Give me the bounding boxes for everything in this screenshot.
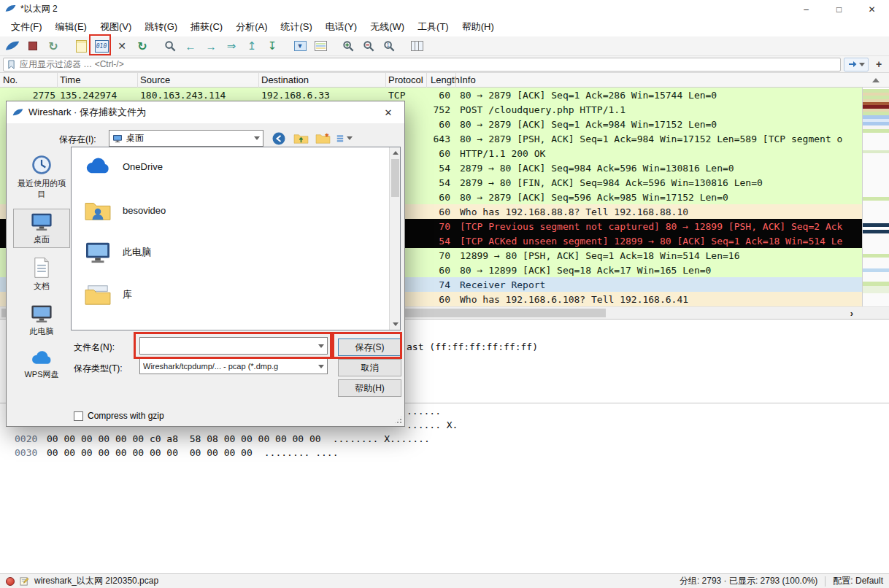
- column-divider[interactable]: [385, 73, 386, 88]
- menu-go[interactable]: 跳转(G): [138, 18, 184, 36]
- new-folder-icon[interactable]: ✱: [315, 131, 331, 147]
- chevron-down-icon[interactable]: [318, 344, 324, 348]
- file-item-onedrive[interactable]: OneDrive: [83, 156, 163, 177]
- display-filter-input[interactable]: [20, 59, 836, 69]
- up-one-level-icon[interactable]: [293, 131, 309, 147]
- capture-options-icon[interactable]: [72, 37, 91, 55]
- apply-filter-button[interactable]: [844, 58, 869, 71]
- filter-dropdown-caret[interactable]: [859, 63, 865, 66]
- minimize-button[interactable]: –: [790, 1, 823, 18]
- column-divider[interactable]: [455, 73, 456, 88]
- help-button[interactable]: 帮助(H): [338, 379, 401, 397]
- gzip-checkbox[interactable]: [74, 411, 83, 421]
- filter-input-wrap[interactable]: [3, 58, 841, 71]
- go-forward-icon[interactable]: →: [201, 37, 220, 55]
- place-wps-cloud[interactable]: WPS网盘: [13, 346, 70, 384]
- cell-time: 135.242974: [60, 89, 117, 101]
- zoom-in-icon[interactable]: [339, 37, 358, 55]
- chevron-down-icon[interactable]: [347, 136, 353, 140]
- menu-statistics[interactable]: 统计(S): [274, 18, 318, 36]
- column-divider[interactable]: [137, 73, 138, 88]
- file-list-scrollbar[interactable]: [389, 147, 400, 330]
- filename-input[interactable]: [143, 341, 315, 351]
- chevron-down-icon[interactable]: [318, 365, 324, 368]
- view-menu-icon[interactable]: [336, 131, 353, 147]
- save-in-combobox[interactable]: 桌面: [109, 130, 263, 147]
- close-file-icon[interactable]: ✕: [112, 37, 131, 55]
- packet-row[interactable]: 2775 135.242974 180.163.243.114 192.168.…: [0, 88, 862, 102]
- column-divider[interactable]: [426, 73, 427, 88]
- dialog-resize-grip[interactable]: [393, 415, 403, 425]
- filename-combobox[interactable]: [139, 337, 328, 355]
- zoom-original-icon[interactable]: 1: [380, 37, 399, 55]
- place-label: 文档: [34, 281, 50, 292]
- menu-telephony[interactable]: 电话(Y): [319, 18, 363, 36]
- auto-scroll-icon[interactable]: ▼: [290, 37, 309, 55]
- menu-edit[interactable]: 编辑(E): [49, 18, 93, 36]
- go-back-icon[interactable]: ←: [181, 37, 200, 55]
- menu-help[interactable]: 帮助(H): [455, 18, 501, 36]
- packet-bytes-pane[interactable]: ...... ...... X. 0020 00 00 00 00 00 00 …: [0, 403, 889, 573]
- menu-capture[interactable]: 捕获(C): [184, 18, 229, 36]
- menu-wireless[interactable]: 无线(W): [363, 18, 411, 36]
- user-folder-icon: [83, 198, 112, 222]
- documents-icon: [32, 257, 51, 279]
- expert-info-icon[interactable]: [6, 577, 15, 586]
- file-item-besovideo[interactable]: besovideo: [83, 198, 166, 222]
- column-divider[interactable]: [57, 73, 58, 88]
- svg-text:1: 1: [386, 42, 389, 47]
- packet-list-scroll-up[interactable]: [862, 73, 889, 88]
- dialog-close-button[interactable]: ✕: [372, 101, 404, 123]
- capture-comment-icon[interactable]: [20, 576, 29, 586]
- go-to-packet-icon[interactable]: ⇒: [222, 37, 241, 55]
- col-info[interactable]: Info: [460, 74, 476, 85]
- menu-analyze[interactable]: 分析(A): [229, 18, 274, 36]
- col-protocol[interactable]: Protocol: [388, 74, 423, 85]
- profile-selector[interactable]: 配置: Default: [833, 575, 883, 587]
- scroll-down-arrow[interactable]: [390, 319, 401, 330]
- go-last-packet-icon[interactable]: ↧: [263, 37, 282, 55]
- place-documents[interactable]: 文档: [13, 254, 70, 295]
- colorize-icon[interactable]: [311, 37, 330, 55]
- start-capture-icon[interactable]: [3, 37, 22, 55]
- cell-info: POST /cloudquery.php HTTP/1.1: [460, 104, 626, 116]
- filter-bookmark-icon[interactable]: [7, 60, 15, 69]
- scroll-right-arrow[interactable]: ›: [844, 307, 860, 319]
- filetype-combobox[interactable]: Wireshark/tcpdump/... - pcap (*.dmp.g: [139, 358, 328, 374]
- reload-file-icon[interactable]: ↻: [133, 37, 152, 55]
- details-fragment: ast (ff:ff:ff:ff:ff:ff): [407, 341, 538, 352]
- resize-columns-icon[interactable]: [407, 37, 426, 55]
- file-item-libraries[interactable]: 库: [83, 283, 132, 306]
- zoom-out-icon[interactable]: [359, 37, 378, 55]
- place-desktop[interactable]: 桌面: [13, 209, 70, 248]
- scroll-up-arrow[interactable]: [390, 147, 401, 158]
- menu-view[interactable]: 视图(V): [93, 18, 138, 36]
- menu-file[interactable]: 文件(F): [4, 18, 49, 36]
- cancel-button[interactable]: 取消: [338, 359, 401, 376]
- maximize-button[interactable]: □: [823, 1, 855, 18]
- col-no[interactable]: No.: [3, 74, 18, 85]
- packet-minimap-scrollbar[interactable]: [862, 88, 889, 306]
- filetype-label: 保存类型(T):: [74, 363, 123, 375]
- filename-label: 文件名(N):: [74, 341, 115, 354]
- stop-capture-icon[interactable]: [23, 37, 42, 55]
- menu-tools[interactable]: 工具(T): [411, 18, 455, 36]
- close-button[interactable]: ✕: [855, 1, 888, 18]
- file-item-this-pc[interactable]: 此电脑: [83, 241, 151, 264]
- add-filter-button[interactable]: +: [871, 58, 886, 71]
- chevron-down-icon[interactable]: [254, 136, 260, 140]
- file-list-scrollbar-thumb[interactable]: [391, 159, 399, 197]
- col-time[interactable]: Time: [60, 74, 80, 85]
- save-file-icon[interactable]: 010: [92, 37, 111, 55]
- restart-capture-icon[interactable]: ↻: [44, 37, 63, 55]
- go-first-packet-icon[interactable]: ↥: [242, 37, 261, 55]
- place-recent-items[interactable]: 最近使用的项目: [13, 151, 70, 203]
- gzip-option[interactable]: Compress with gzip: [74, 411, 164, 421]
- last-folder-icon[interactable]: [271, 131, 287, 147]
- column-divider[interactable]: [258, 73, 259, 88]
- col-source[interactable]: Source: [140, 74, 170, 85]
- save-button[interactable]: 保存(S): [338, 339, 401, 356]
- find-packet-icon[interactable]: [161, 37, 180, 55]
- col-destination[interactable]: Destination: [261, 74, 309, 85]
- place-this-pc[interactable]: 此电脑: [13, 301, 70, 340]
